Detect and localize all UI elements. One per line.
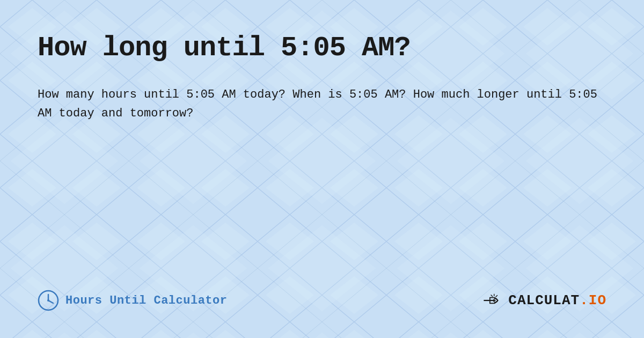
clock-icon bbox=[38, 290, 59, 311]
logo-text: CALCULAT.IO bbox=[508, 292, 606, 308]
page-description: How many hours until 5:05 AM today? When… bbox=[38, 85, 606, 123]
logo-section: CALCULAT.IO bbox=[481, 291, 606, 310]
page-title: How long until 5:05 AM? bbox=[38, 32, 606, 64]
svg-line-13 bbox=[491, 295, 493, 297]
svg-line-15 bbox=[496, 295, 498, 297]
brand-section: Hours Until Calculator bbox=[38, 290, 227, 311]
svg-point-10 bbox=[47, 299, 49, 302]
brand-label: Hours Until Calculator bbox=[65, 294, 227, 307]
hand-icon bbox=[481, 291, 505, 310]
footer: Hours Until Calculator CALCULAT.IO bbox=[38, 290, 606, 317]
